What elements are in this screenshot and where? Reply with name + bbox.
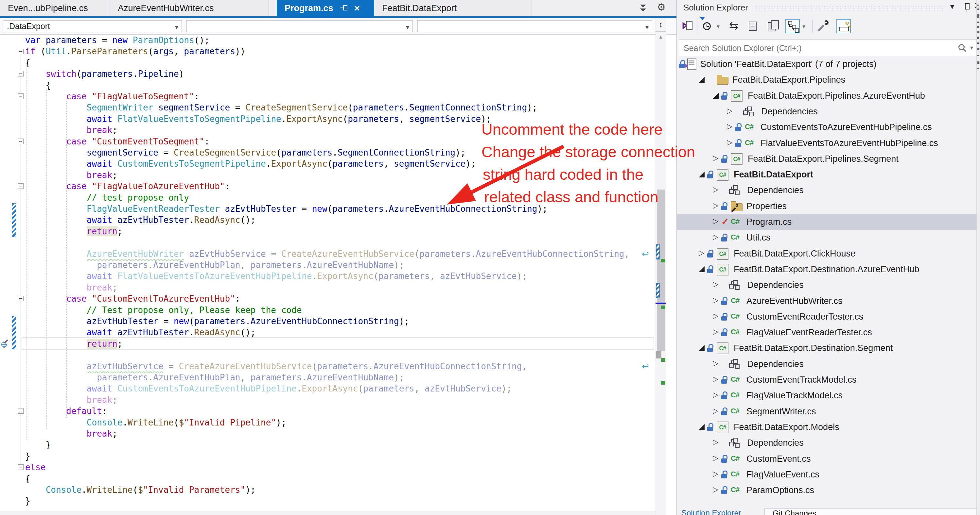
tree-row[interactable]: FeatBit.DataExport.Pipelines [677,72,980,88]
tree-row[interactable]: ▷C#FeatBit.DataExport.Pipelines.Segment [677,151,980,167]
tree-row[interactable]: ▷C#FlagValueEvent.cs [677,467,980,483]
tree-row[interactable]: C#FeatBit.DataExport.Pipelines.AzureEven… [677,88,980,104]
tree-row[interactable]: ▷C#CustomEventTrackModel.cs [677,372,980,388]
tree-row[interactable]: ▷C#CustomEventsToAzureEventHubPipeline.c… [677,120,980,135]
code-line[interactable]: case "CustomEventToSegment": [25,136,210,147]
member-dropdown[interactable]: ▾ [417,20,652,32]
code-line[interactable]: break; [25,428,118,439]
tree-row[interactable]: C#FeatBit.DataExport.Destination.AzureEv… [677,262,980,277]
chevron-collapsed-icon[interactable]: ▷ [713,154,718,162]
fold-collapse-box[interactable]: – [18,296,24,301]
tree-row[interactable]: ▷C#CustomEventReaderTester.cs [677,309,980,325]
code-line[interactable]: AzureEventHubWriter azEvtHubService = Cr… [25,248,629,260]
tree-row[interactable]: ▷Dependencies [677,277,980,293]
code-line[interactable]: break; [25,395,118,406]
window-list-icon[interactable] [639,4,648,13]
panel-drag-grip[interactable] [752,5,946,11]
tab-solution-explorer[interactable]: Solution Explorer [677,509,764,515]
tree-row[interactable]: ▷C#FlatValueEventsToAzureEventHubPipelin… [677,136,980,151]
fold-collapse-box[interactable]: – [18,183,24,189]
chevron-expanded-icon[interactable] [699,266,705,272]
chevron-collapsed-icon[interactable]: ▷ [727,138,732,147]
code-line[interactable]: case "CustomEventToAzureEventHub": [25,293,240,304]
chevron-expanded-icon[interactable] [713,93,719,99]
solution-search-box[interactable]: ▾ [679,39,978,56]
code-line[interactable]: case "FlagValueToAzureEventHub": [25,181,230,192]
code-line[interactable]: { [25,473,30,485]
tree-row[interactable]: ▷C#FlagValueEventReaderTester.cs [677,325,980,341]
tab-git-changes[interactable]: Git Changes [764,509,980,515]
code-line[interactable]: else [25,462,46,473]
project-dropdown[interactable]: .DataExport ▾ [3,20,182,32]
chevron-collapsed-icon[interactable]: ▷ [727,106,732,115]
chevron-expanded-icon[interactable] [699,77,705,83]
scroll-up-arrow[interactable]: ▲ [655,33,666,41]
code-line[interactable]: parameters.AzureEventHubPlan, parameters… [25,260,404,271]
chevron-collapsed-icon[interactable]: ▷ [713,233,718,241]
tree-row[interactable]: C#FeatBit.DataExport.Models [677,420,980,435]
tree-row[interactable]: C#FeatBit.DataExport.Destination.Segment [677,341,980,356]
code-line[interactable]: var parameters = new ParamOptions(); [25,35,210,46]
chevron-collapsed-icon[interactable]: ▷ [713,296,718,304]
tree-row[interactable]: ▷C#Util.cs [677,230,980,246]
code-line[interactable]: await CustomEventsToSegmentPipeline.Expo… [25,158,476,170]
chevron-expanded-icon[interactable] [699,171,705,177]
chevron-collapsed-icon[interactable]: ▷ [713,469,718,478]
show-all-files-icon[interactable] [766,19,780,33]
tree-row[interactable]: ▷C#FeatBit.DataExport.ClickHouse [677,246,980,262]
code-line[interactable]: // Test propose only, Please keep the co… [25,304,302,316]
sync-with-active-document-icon[interactable]: ⇆ [727,19,741,33]
code-line[interactable]: await azEvtHubTester.ReadAsync(); [25,214,256,226]
tree-row[interactable]: ▷C#ParamOptions.cs [677,483,980,498]
chevron-collapsed-icon[interactable]: ▷ [713,407,718,415]
file-nesting-icon[interactable] [785,19,800,33]
code-line[interactable]: azEvtHubService = CreateAzureEventHubSer… [25,361,527,372]
tree-row[interactable]: ▷Dependencies [677,183,980,198]
code-line[interactable]: // test propose only [25,192,189,204]
chevron-down-icon[interactable]: ▾ [717,23,720,30]
tree-row[interactable]: ▷C#AzureEventHubWriter.cs [677,293,980,309]
gear-icon[interactable]: ⚙ [657,1,666,13]
tree-row[interactable]: ▷Dependencies [677,435,980,451]
code-line[interactable]: break; [25,282,118,293]
chevron-expanded-icon[interactable] [699,345,705,351]
type-dropdown[interactable]: ▾ [186,20,413,32]
code-line[interactable]: SegmentWriter segmentService = CreateSeg… [25,102,537,113]
tree-row[interactable]: Solution 'FeatBit.DataExport' (7 of 7 pr… [677,57,980,72]
code-line[interactable]: segmentService = CreateSegmentService(pa… [25,147,466,158]
code-line[interactable]: await FlatValueEventsToAzureEventHubPipe… [25,271,527,282]
chevron-collapsed-icon[interactable]: ▷ [713,390,718,399]
panel-menu-icon[interactable]: ▾ [950,2,954,11]
code-line[interactable]: await azEvtHubTester.ReadAsync(); [25,327,256,338]
chevron-collapsed-icon[interactable]: ▷ [699,249,704,257]
code-line[interactable]: } [25,495,30,507]
chevron-collapsed-icon[interactable]: ▷ [713,485,718,494]
properties-wrench-icon[interactable] [817,19,831,33]
chevron-down-icon[interactable]: ▾ [802,23,805,30]
code-line[interactable]: } [25,451,30,462]
code-line[interactable]: switch(parameters.Pipeline) [25,68,184,80]
chevron-collapsed-icon[interactable]: ▷ [713,327,718,336]
chevron-collapsed-icon[interactable]: ▷ [713,217,718,225]
search-icon[interactable] [958,43,967,52]
chevron-collapsed-icon[interactable]: ▷ [713,359,718,368]
code-line[interactable]: return; [25,226,123,237]
fold-collapse-box[interactable]: – [18,93,24,99]
code-line[interactable]: parameters.AzureEventHubPlan, parameters… [25,372,404,383]
chevron-collapsed-icon[interactable]: ▷ [713,375,718,383]
quick-actions-screwdriver-icon[interactable] [1,339,11,349]
tree-row[interactable]: ▷C#FlagValueTrackModel.cs [677,388,980,404]
code-line[interactable]: break; [25,170,118,181]
preview-selected-items-icon[interactable] [837,19,851,33]
chevron-collapsed-icon[interactable]: ▷ [713,312,718,320]
code-line[interactable]: Console.WriteLine($"Invalid Pipeline"); [25,417,286,428]
tree-row[interactable]: ▷✓C#Program.cs [677,214,980,230]
code-line[interactable]: { [25,57,30,69]
code-line[interactable]: return; [25,338,123,350]
code-line[interactable]: FlagValueEventReaderTester azEvtHubTeste… [25,203,547,215]
tab-program-cs[interactable]: Program.cs × [277,0,374,16]
collapse-all-icon[interactable]: − [746,19,760,33]
chevron-collapsed-icon[interactable]: ▷ [713,280,718,288]
editor-split-handle[interactable]: ↕ [655,18,666,32]
code-line[interactable]: azEvtHubTester = new(parameters.AzureEve… [25,316,409,327]
